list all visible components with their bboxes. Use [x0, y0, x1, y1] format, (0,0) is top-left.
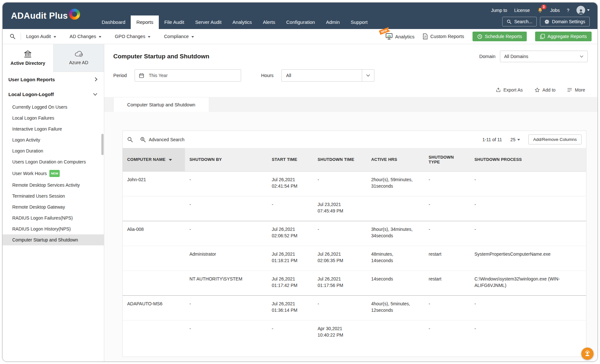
add-to-button[interactable]: Add to: [534, 87, 555, 93]
column-header-shutdown-process[interactable]: SHUTDOWN PROCESS: [470, 148, 586, 171]
menu-label: Compliance: [164, 34, 189, 39]
sidebar-item-remote-desktop-gateway[interactable]: Remote Desktop Gateway: [3, 202, 104, 212]
schedule-reports-button[interactable]: Schedule Reports: [473, 32, 527, 41]
sidebar-item-currently-logged-on-users[interactable]: Currently Logged On Users: [3, 102, 104, 113]
nav-configuration[interactable]: Configuration: [281, 15, 320, 29]
chevron-down-icon: [148, 36, 150, 38]
menu-logon-audit[interactable]: Logon Audit: [26, 34, 56, 39]
sidebar-item-logon-activity[interactable]: Logon Activity: [3, 134, 104, 145]
list-icon: [567, 88, 572, 92]
table-cell: ADAPAUTO-MS6: [123, 295, 185, 320]
export-as-button[interactable]: Export As: [496, 87, 523, 93]
more-button[interactable]: More: [567, 87, 585, 93]
nav-alerts[interactable]: Alerts: [257, 15, 280, 29]
period-value: This Year: [149, 73, 168, 78]
export-as-label: Export As: [503, 87, 523, 93]
menu-compliance[interactable]: Compliance: [164, 34, 194, 39]
column-header-shutdown-type[interactable]: SHUTDOWN TYPE: [424, 148, 470, 171]
help-link[interactable]: ?: [567, 8, 569, 13]
column-header-computer-name[interactable]: COMPUTER NAME: [123, 148, 185, 171]
user-menu[interactable]: [576, 6, 590, 15]
table-cell: -: [424, 295, 470, 320]
table-cell: -: [424, 221, 470, 246]
sidebar-item-label: Remote Desktop Gateway: [12, 204, 65, 210]
avatar: [576, 6, 585, 15]
sidebar-scrollbar[interactable]: [101, 134, 104, 155]
table-row[interactable]: --Apr 30,2021 10:40:22 PM--: [123, 320, 586, 345]
star-icon: [534, 87, 540, 93]
nav-file-audit[interactable]: File Audit: [159, 15, 190, 29]
report-search-button[interactable]: [8, 34, 17, 39]
table-search-button[interactable]: [127, 137, 133, 143]
table-row[interactable]: John-021-Jul 26,2021 02:41:54 PM-2hour(s…: [123, 171, 586, 196]
sidebar-item-user-work-hours[interactable]: User Work HoursNEW: [3, 167, 104, 180]
table-row[interactable]: NT AUTHORITY\SYSTEMJul 26,2021 01:17:42 …: [123, 271, 586, 295]
aggregate-reports-button[interactable]: Aggregate Reports: [535, 32, 592, 41]
sidebar-section-local-logon-logoff[interactable]: Local Logon-Logoff: [3, 87, 104, 102]
menu-ad-changes[interactable]: AD Changes: [70, 34, 101, 39]
notifications-button[interactable]: 3: [537, 7, 543, 13]
column-header-shutdown-by[interactable]: SHUTDOWN BY: [185, 148, 267, 171]
sidebar-item-local-logon-failures[interactable]: Local Logon Failures: [3, 113, 104, 123]
sidebar-section-user-logon-reports[interactable]: User Logon Reports: [3, 72, 104, 87]
nav-admin[interactable]: Admin: [320, 15, 345, 29]
search-button[interactable]: Search...: [502, 17, 537, 26]
column-header-start-time[interactable]: START TIME: [267, 148, 313, 171]
menu-gpo-changes[interactable]: GPO Changes: [115, 34, 150, 39]
main-nav: DashboardReportsFile AuditServer AuditAn…: [96, 15, 373, 29]
tab-azure-ad[interactable]: Azure AD: [53, 44, 104, 72]
clock-icon: [477, 34, 482, 39]
hours-value: All: [286, 73, 291, 78]
nav-server-audit[interactable]: Server Audit: [190, 15, 227, 29]
table-row[interactable]: AdministratorJul 26,2021 01:18:21 PMJul …: [123, 246, 586, 271]
sidebar-item-logon-duration[interactable]: Logon Duration: [3, 145, 104, 156]
column-header-shutdown-time[interactable]: SHUTDOWN TIME: [313, 148, 367, 171]
nav-analytics[interactable]: Analytics: [227, 15, 257, 29]
sidebar-item-radius-logon-history-nps[interactable]: RADIUS Logon History(NPS): [3, 223, 104, 234]
analytics-button[interactable]: NEW Analytics: [386, 33, 414, 40]
jump-to-link[interactable]: Jump to: [491, 8, 507, 13]
report-table: COMPUTER NAMESHUTDOWN BYSTART TIMESHUTDO…: [123, 148, 586, 345]
menu-label: Logon Audit: [26, 34, 51, 39]
period-input[interactable]: This Year: [135, 69, 241, 82]
sidebar-item-terminated-users-session[interactable]: Terminated Users Session: [3, 191, 104, 202]
support-chat-button[interactable]: [581, 348, 594, 360]
custom-reports-button[interactable]: Custom Reports: [423, 34, 464, 39]
sidebar-item-label: Computer Startup and Shutdown: [12, 237, 78, 243]
sidebar-item-interactive-logon-failure[interactable]: Interactive Logon Failure: [3, 123, 104, 134]
page-size-value: 25: [510, 137, 515, 142]
jobs-link[interactable]: Jobs: [550, 8, 560, 13]
app-logo[interactable]: ADAudit Plus: [11, 3, 80, 29]
nav-dashboard[interactable]: Dashboard: [96, 15, 131, 29]
table-cell: -: [424, 196, 470, 221]
domain-settings-button[interactable]: Domain Settings: [540, 17, 590, 26]
sidebar-item-remote-desktop-services-activity[interactable]: Remote Desktop Services Activity: [3, 180, 104, 191]
sidebar-item-computer-startup-and-shutdown[interactable]: Computer Startup and Shutdown: [3, 234, 104, 245]
tab-computer-startup-and-shutdown[interactable]: Computer Startup and Shutdown: [113, 97, 209, 112]
menu-label: GPO Changes: [115, 34, 145, 39]
sidebar-item-users-logon-duration-on-computers[interactable]: Users Logon Duration on Computers: [3, 156, 104, 167]
page-size-select[interactable]: 25: [510, 137, 520, 142]
nav-reports[interactable]: Reports: [131, 15, 159, 29]
sidebar-item-label: RADIUS Logon History(NPS): [12, 226, 71, 232]
sort-caret-icon: [169, 159, 172, 161]
add-remove-columns-button[interactable]: Add/Remove Columns: [528, 134, 582, 144]
actions-row: Export As Add to More: [104, 83, 597, 97]
tab-active-directory[interactable]: Active Directory: [3, 44, 53, 72]
domain-select[interactable]: All Domains: [500, 51, 588, 62]
nav-support[interactable]: Support: [345, 15, 373, 29]
analytics-monitor-icon: [386, 33, 392, 40]
license-link[interactable]: License: [514, 8, 530, 13]
hours-select[interactable]: All: [281, 69, 374, 82]
table-row[interactable]: --Jul 23,2021 07:45:49 PM--: [123, 196, 586, 221]
gear-icon: [544, 19, 549, 24]
search-icon: [10, 34, 15, 39]
table-row[interactable]: ADAPAUTO-MS6-Jul 26,2021 01:36:14 PM-4ho…: [123, 295, 586, 320]
advanced-search-button[interactable]: Advanced Search: [140, 137, 185, 143]
column-header-active-hrs[interactable]: ACTIVE HRS: [367, 148, 424, 171]
cloud-icon: [74, 51, 83, 57]
table-cell: 14seconds: [367, 271, 424, 295]
sidebar-item-radius-logon-failures-nps[interactable]: RADIUS Logon Failures(NPS): [3, 212, 104, 223]
period-label: Period: [113, 73, 127, 78]
table-row[interactable]: Alia-008-Jul 26,2021 02:06:52 PM-3hour(s…: [123, 221, 586, 246]
